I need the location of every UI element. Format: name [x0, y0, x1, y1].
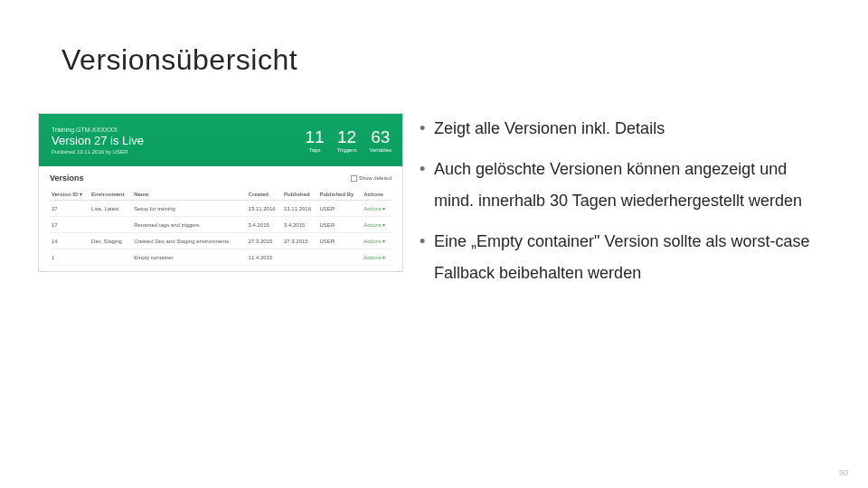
cell-published [282, 249, 317, 266]
col-published-by[interactable]: Published By [317, 188, 362, 201]
banner-info: Training GTM-XXXXXX Version 27 is Live P… [52, 127, 305, 155]
col-environment[interactable]: Environment [90, 188, 132, 201]
bullet-item: Auch gelöschte Versionen können angezeig… [420, 154, 819, 217]
table-row[interactable]: 17 Renamed tags and triggers 3.4.2015 3.… [50, 217, 392, 233]
show-deleted-label: Show deleted [359, 175, 392, 181]
cell-by: USER [317, 217, 362, 233]
cell-created: 3.4.2015 [247, 217, 282, 233]
stat-triggers: 12 Triggers [337, 128, 357, 153]
content-row: Training GTM-XXXXXX Version 27 is Live P… [38, 113, 830, 298]
cell-actions[interactable]: Actions ▾ [362, 249, 392, 266]
table-header-row: Version ID ▾ Environment Name Created Pu… [50, 188, 392, 201]
gtm-screenshot: Training GTM-XXXXXX Version 27 is Live P… [38, 113, 403, 272]
bullet-item: Zeigt alle Versionen inkl. Details [420, 113, 819, 145]
col-name[interactable]: Name [132, 188, 246, 201]
cell-env: Live, Latest [90, 201, 132, 217]
training-label: Training GTM-XXXXXX [52, 127, 305, 133]
cell-name: Renamed tags and triggers [132, 217, 246, 233]
stat-num: 11 [305, 128, 324, 145]
cell-by [317, 249, 362, 266]
col-version-id[interactable]: Version ID ▾ [50, 188, 90, 201]
stat-label: Variables [369, 147, 392, 153]
cell-by: USER [317, 201, 362, 217]
cell-published: 3.4.2015 [282, 217, 317, 233]
stat-num: 12 [337, 128, 357, 145]
screenshot-column: Training GTM-XXXXXX Version 27 is Live P… [38, 113, 403, 298]
bullet-item: Eine „Empty container" Version sollte al… [420, 226, 819, 289]
published-line: Published 13.11.2016 by USER [52, 149, 305, 155]
cell-actions[interactable]: Actions ▾ [362, 217, 392, 233]
col-actions: Actions [362, 188, 392, 201]
versions-title: Versions [50, 174, 84, 183]
stat-num: 63 [369, 128, 392, 145]
cell-created: 13.11.2016 [247, 201, 282, 217]
cell-env [90, 217, 132, 233]
live-version-line: Version 27 is Live [52, 134, 305, 147]
cell-created: 27.3.2015 [247, 233, 282, 249]
cell-name: Empty container [132, 249, 246, 266]
cell-id: 27 [50, 201, 90, 217]
versions-table: Version ID ▾ Environment Name Created Pu… [50, 188, 392, 266]
text-column: Zeigt alle Versionen inkl. Details Auch … [403, 113, 819, 298]
col-published[interactable]: Published [282, 188, 317, 201]
cell-published: 27.3.2015 [282, 233, 317, 249]
versions-header: Versions Show deleted [50, 174, 392, 183]
cell-name: Setup for training [132, 201, 246, 217]
stat-label: Triggers [337, 147, 357, 153]
stat-tags: 11 Tags [305, 128, 324, 153]
show-deleted-checkbox[interactable]: Show deleted [351, 175, 392, 182]
slide-title: Versionsübersicht [61, 43, 297, 77]
cell-actions[interactable]: Actions ▾ [362, 201, 392, 217]
versions-panel: Versions Show deleted Version ID ▾ Envir… [39, 166, 402, 271]
cell-id: 1 [50, 249, 90, 266]
col-created[interactable]: Created [247, 188, 282, 201]
stat-variables: 63 Variables [369, 128, 392, 153]
table-row[interactable]: 14 Dev, Staging Created Dev and Staging … [50, 233, 392, 249]
cell-actions[interactable]: Actions ▾ [362, 233, 392, 249]
table-row[interactable]: 1 Empty container 11.4.2015 Actions ▾ [50, 249, 392, 266]
page-number: 50 [839, 468, 848, 477]
table-row[interactable]: 27 Live, Latest Setup for training 13.11… [50, 201, 392, 217]
cell-by: USER [317, 233, 362, 249]
cell-published: 13.11.2016 [282, 201, 317, 217]
cell-id: 17 [50, 217, 90, 233]
cell-id: 14 [50, 233, 90, 249]
cell-created: 11.4.2015 [247, 249, 282, 266]
cell-name: Created Dev and Staging environments [132, 233, 246, 249]
cell-env: Dev, Staging [90, 233, 132, 249]
stat-label: Tags [305, 147, 324, 153]
banner-stats: 11 Tags 12 Triggers 63 Variables [305, 128, 392, 153]
checkbox-icon [351, 175, 357, 182]
gtm-banner: Training GTM-XXXXXX Version 27 is Live P… [39, 114, 402, 166]
cell-env [90, 249, 132, 266]
bullet-list: Zeigt alle Versionen inkl. Details Auch … [420, 113, 819, 289]
